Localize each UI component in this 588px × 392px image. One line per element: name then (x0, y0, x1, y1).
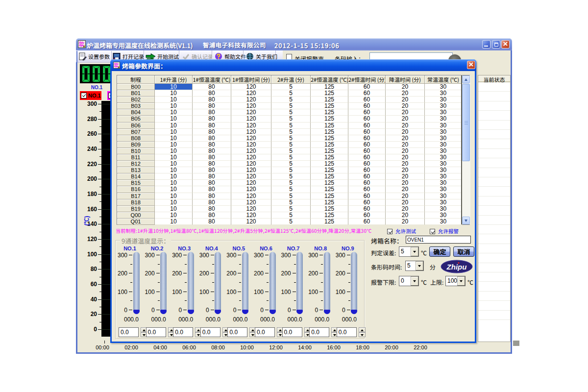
svg-text:Zhipu: Zhipu (446, 263, 467, 271)
